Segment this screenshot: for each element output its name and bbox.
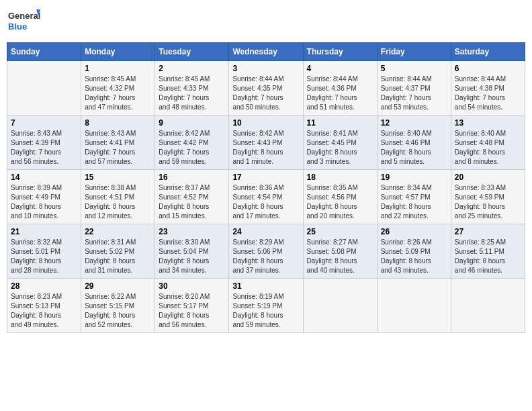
calendar-cell: 7Sunrise: 8:43 AM Sunset: 4:39 PM Daylig… [7, 116, 81, 170]
calendar-cell: 10Sunrise: 8:42 AM Sunset: 4:43 PM Dayli… [229, 116, 303, 170]
calendar-cell: 13Sunrise: 8:40 AM Sunset: 4:48 PM Dayli… [451, 116, 525, 170]
header-day-saturday: Saturday [451, 43, 525, 61]
calendar-cell: 26Sunrise: 8:26 AM Sunset: 5:09 PM Dayli… [377, 224, 451, 279]
calendar-cell: 24Sunrise: 8:29 AM Sunset: 5:06 PM Dayli… [229, 224, 303, 279]
calendar-table: SundayMondayTuesdayWednesdayThursdayFrid… [7, 42, 525, 333]
svg-text:Blue: Blue [8, 21, 27, 32]
day-number: 17 [232, 173, 299, 182]
calendar-cell: 11Sunrise: 8:41 AM Sunset: 4:45 PM Dayli… [303, 116, 377, 170]
day-info: Sunrise: 8:35 AM Sunset: 4:56 PM Dayligh… [307, 183, 373, 221]
calendar-cell: 9Sunrise: 8:42 AM Sunset: 4:42 PM Daylig… [155, 116, 229, 170]
day-info: Sunrise: 8:42 AM Sunset: 4:42 PM Dayligh… [159, 129, 225, 167]
day-number: 27 [455, 227, 521, 236]
day-info: Sunrise: 8:29 AM Sunset: 5:06 PM Dayligh… [232, 238, 299, 275]
calendar-cell: 18Sunrise: 8:35 AM Sunset: 4:56 PM Dayli… [303, 170, 377, 224]
header-day-thursday: Thursday [303, 43, 377, 61]
calendar-cell: 31Sunrise: 8:19 AM Sunset: 5:19 PM Dayli… [229, 279, 303, 333]
calendar-cell: 25Sunrise: 8:27 AM Sunset: 5:08 PM Dayli… [303, 224, 377, 279]
week-row-4: 28Sunrise: 8:23 AM Sunset: 5:13 PM Dayli… [7, 279, 525, 333]
day-number: 25 [307, 227, 373, 236]
calendar-cell [451, 279, 525, 333]
day-info: Sunrise: 8:44 AM Sunset: 4:37 PM Dayligh… [381, 75, 447, 112]
day-info: Sunrise: 8:37 AM Sunset: 4:52 PM Dayligh… [159, 183, 225, 221]
calendar-cell: 20Sunrise: 8:33 AM Sunset: 4:59 PM Dayli… [451, 170, 525, 224]
day-number: 16 [159, 173, 225, 182]
day-info: Sunrise: 8:19 AM Sunset: 5:19 PM Dayligh… [232, 292, 299, 330]
page-header: General Blue [7, 7, 525, 37]
calendar-cell: 6Sunrise: 8:44 AM Sunset: 4:38 PM Daylig… [451, 61, 525, 116]
day-number: 26 [381, 227, 447, 236]
calendar-cell: 8Sunrise: 8:43 AM Sunset: 4:41 PM Daylig… [81, 116, 155, 170]
week-row-2: 14Sunrise: 8:39 AM Sunset: 4:49 PM Dayli… [7, 170, 525, 224]
day-info: Sunrise: 8:45 AM Sunset: 4:33 PM Dayligh… [159, 75, 225, 112]
calendar-cell: 22Sunrise: 8:31 AM Sunset: 5:02 PM Dayli… [81, 224, 155, 279]
day-info: Sunrise: 8:20 AM Sunset: 5:17 PM Dayligh… [159, 292, 225, 330]
day-number: 2 [159, 64, 225, 73]
day-number: 21 [11, 227, 77, 236]
day-number: 31 [232, 281, 299, 291]
header-day-friday: Friday [377, 43, 451, 61]
day-number: 6 [455, 64, 521, 73]
day-info: Sunrise: 8:23 AM Sunset: 5:13 PM Dayligh… [11, 292, 77, 330]
day-number: 5 [381, 64, 447, 73]
logo-svg: General Blue [7, 7, 40, 37]
day-number: 29 [85, 281, 151, 291]
day-info: Sunrise: 8:41 AM Sunset: 4:45 PM Dayligh… [307, 129, 373, 167]
day-number: 13 [455, 118, 521, 128]
day-number: 22 [85, 227, 151, 236]
calendar-cell: 5Sunrise: 8:44 AM Sunset: 4:37 PM Daylig… [377, 61, 451, 116]
day-number: 23 [159, 227, 225, 236]
day-info: Sunrise: 8:33 AM Sunset: 4:59 PM Dayligh… [455, 183, 521, 221]
calendar-cell: 15Sunrise: 8:38 AM Sunset: 4:51 PM Dayli… [81, 170, 155, 224]
calendar-cell: 16Sunrise: 8:37 AM Sunset: 4:52 PM Dayli… [155, 170, 229, 224]
calendar-header: SundayMondayTuesdayWednesdayThursdayFrid… [7, 43, 525, 61]
day-info: Sunrise: 8:45 AM Sunset: 4:32 PM Dayligh… [85, 75, 151, 112]
day-number: 20 [455, 173, 521, 182]
calendar-cell [7, 61, 81, 116]
calendar-cell: 2Sunrise: 8:45 AM Sunset: 4:33 PM Daylig… [155, 61, 229, 116]
calendar-cell: 21Sunrise: 8:32 AM Sunset: 5:01 PM Dayli… [7, 224, 81, 279]
calendar-cell: 12Sunrise: 8:40 AM Sunset: 4:46 PM Dayli… [377, 116, 451, 170]
day-info: Sunrise: 8:40 AM Sunset: 4:46 PM Dayligh… [381, 129, 447, 167]
day-number: 9 [159, 118, 225, 128]
calendar-cell: 28Sunrise: 8:23 AM Sunset: 5:13 PM Dayli… [7, 279, 81, 333]
day-number: 7 [11, 118, 77, 128]
day-number: 18 [307, 173, 373, 182]
day-info: Sunrise: 8:26 AM Sunset: 5:09 PM Dayligh… [381, 238, 447, 275]
calendar-cell: 3Sunrise: 8:44 AM Sunset: 4:35 PM Daylig… [229, 61, 303, 116]
day-info: Sunrise: 8:40 AM Sunset: 4:48 PM Dayligh… [455, 129, 521, 167]
week-row-0: 1Sunrise: 8:45 AM Sunset: 4:32 PM Daylig… [7, 61, 525, 116]
week-row-1: 7Sunrise: 8:43 AM Sunset: 4:39 PM Daylig… [7, 116, 525, 170]
calendar-cell: 1Sunrise: 8:45 AM Sunset: 4:32 PM Daylig… [81, 61, 155, 116]
calendar-cell: 30Sunrise: 8:20 AM Sunset: 5:17 PM Dayli… [155, 279, 229, 333]
day-info: Sunrise: 8:27 AM Sunset: 5:08 PM Dayligh… [307, 238, 373, 275]
calendar-cell: 14Sunrise: 8:39 AM Sunset: 4:49 PM Dayli… [7, 170, 81, 224]
day-number: 24 [232, 227, 299, 236]
day-info: Sunrise: 8:39 AM Sunset: 4:49 PM Dayligh… [11, 183, 77, 221]
calendar-cell: 17Sunrise: 8:36 AM Sunset: 4:54 PM Dayli… [229, 170, 303, 224]
calendar-cell [303, 279, 377, 333]
calendar-cell: 23Sunrise: 8:30 AM Sunset: 5:04 PM Dayli… [155, 224, 229, 279]
day-info: Sunrise: 8:25 AM Sunset: 5:11 PM Dayligh… [455, 238, 521, 275]
calendar-cell: 27Sunrise: 8:25 AM Sunset: 5:11 PM Dayli… [451, 224, 525, 279]
day-number: 1 [85, 64, 151, 73]
day-info: Sunrise: 8:44 AM Sunset: 4:36 PM Dayligh… [307, 75, 373, 112]
day-number: 19 [381, 173, 447, 182]
svg-text:General: General [8, 11, 40, 21]
day-number: 11 [307, 118, 373, 128]
header-day-monday: Monday [81, 43, 155, 61]
header-row: SundayMondayTuesdayWednesdayThursdayFrid… [7, 43, 525, 61]
day-number: 4 [307, 64, 373, 73]
day-info: Sunrise: 8:34 AM Sunset: 4:57 PM Dayligh… [381, 183, 447, 221]
day-info: Sunrise: 8:31 AM Sunset: 5:02 PM Dayligh… [85, 238, 151, 275]
day-info: Sunrise: 8:44 AM Sunset: 4:38 PM Dayligh… [455, 75, 521, 112]
header-day-tuesday: Tuesday [155, 43, 229, 61]
logo: General Blue [7, 7, 40, 37]
week-row-3: 21Sunrise: 8:32 AM Sunset: 5:01 PM Dayli… [7, 224, 525, 279]
day-number: 28 [11, 281, 77, 291]
day-info: Sunrise: 8:32 AM Sunset: 5:01 PM Dayligh… [11, 238, 77, 275]
calendar-cell [377, 279, 451, 333]
calendar-cell: 19Sunrise: 8:34 AM Sunset: 4:57 PM Dayli… [377, 170, 451, 224]
day-info: Sunrise: 8:43 AM Sunset: 4:41 PM Dayligh… [85, 129, 151, 167]
header-day-wednesday: Wednesday [229, 43, 303, 61]
